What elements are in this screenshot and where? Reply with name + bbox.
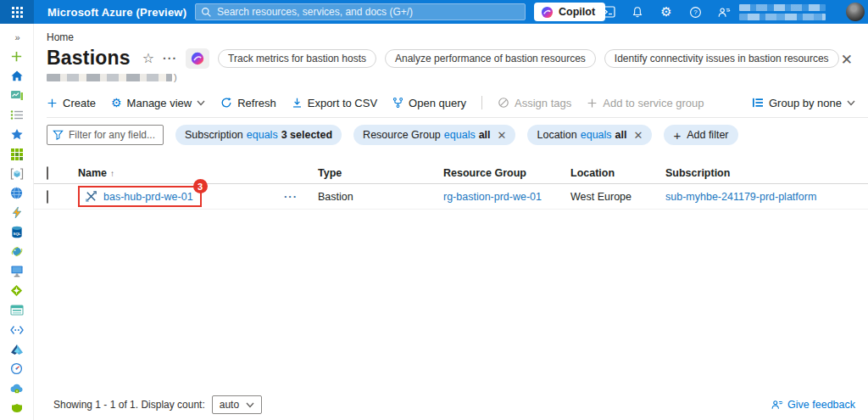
filter-pill-subscription[interactable]: Subscription equals 3 selected xyxy=(175,125,342,145)
sql-databases-icon[interactable]: SQL xyxy=(3,222,31,242)
avatar[interactable] xyxy=(846,3,865,21)
more-options-icon[interactable]: ··· xyxy=(163,52,177,65)
load-balancers-icon[interactable] xyxy=(3,281,31,300)
virtual-machines-icon[interactable] xyxy=(3,261,31,281)
notifications-bell-icon[interactable] xyxy=(629,3,646,20)
feedback-icon xyxy=(771,399,783,411)
give-feedback-link[interactable]: Give feedback xyxy=(771,399,855,411)
bastion-name-link[interactable]: bas-hub-prd-we-01 xyxy=(103,191,193,203)
sidebar-collapse-icon[interactable]: » xyxy=(3,27,31,47)
location-cell: West Europe xyxy=(570,191,665,203)
subscription-link[interactable]: sub-myhbe-241179-prd-platform xyxy=(665,191,816,203)
filter-bar: Subscription equals 3 selected Resource … xyxy=(47,125,868,145)
download-icon xyxy=(292,98,303,109)
suggestion-chip-2[interactable]: Analyze performance of bastion resources xyxy=(385,49,596,68)
app-services-icon[interactable] xyxy=(3,183,31,203)
copilot-icon xyxy=(541,6,554,19)
app-title: Microsoft Azure (Preview) xyxy=(47,6,186,19)
suggestion-chip-3[interactable]: Identify connectivity issues in bastion … xyxy=(604,49,839,68)
chevron-down-icon xyxy=(197,100,205,106)
resource-group-link[interactable]: rg-bastion-prd-we-01 xyxy=(443,191,542,203)
svg-text:SQL: SQL xyxy=(13,232,20,236)
search-icon xyxy=(201,7,212,18)
branch-icon xyxy=(392,97,403,109)
sort-ascending-icon: ↑ xyxy=(110,169,114,178)
table-header: Name↑ Type Resource Group Location Subsc… xyxy=(34,162,868,184)
group-by-button[interactable]: Group by none xyxy=(752,97,855,109)
help-icon[interactable]: ? xyxy=(687,3,704,20)
type-cell: Bastion xyxy=(318,191,443,203)
monitor-icon[interactable] xyxy=(3,359,31,378)
bastion-resource-icon xyxy=(85,190,97,203)
favorites-star-icon[interactable] xyxy=(3,125,31,144)
subscription-info-redacted: ) xyxy=(47,72,868,82)
feedback-icon[interactable] xyxy=(715,3,732,20)
virtual-networks-icon[interactable] xyxy=(3,320,31,339)
plus-icon xyxy=(47,98,58,109)
all-services-icon[interactable] xyxy=(3,105,31,125)
add-to-service-group-button[interactable]: Add to service group xyxy=(587,97,704,109)
funnel-icon xyxy=(53,130,64,140)
column-header-type[interactable]: Type xyxy=(318,167,443,179)
cosmos-db-icon[interactable] xyxy=(3,242,31,261)
toolbar-divider xyxy=(481,96,482,109)
annotation-highlight-box: bas-hub-prd-we-01 3 xyxy=(78,186,202,207)
defender-icon[interactable] xyxy=(3,398,31,417)
remove-filter-icon[interactable]: ✕ xyxy=(498,129,507,142)
row-checkbox[interactable] xyxy=(47,190,48,204)
row-context-menu-icon[interactable]: ··· xyxy=(284,190,298,203)
left-sidebar: » SQL xyxy=(0,24,34,420)
storage-accounts-icon[interactable] xyxy=(3,300,31,320)
function-apps-icon[interactable] xyxy=(3,203,31,222)
all-resources-icon[interactable] xyxy=(3,144,31,164)
global-search[interactable] xyxy=(195,3,526,20)
manage-view-button[interactable]: ⚙ Manage view xyxy=(111,96,205,109)
open-query-button[interactable]: Open query xyxy=(392,97,466,109)
settings-gear-icon[interactable]: ⚙ xyxy=(658,3,675,20)
add-filter-button[interactable]: + Add filter xyxy=(664,125,737,145)
close-icon[interactable]: ✕ xyxy=(841,53,853,67)
favorite-star-icon[interactable]: ☆ xyxy=(142,50,154,66)
topbar: Microsoft Azure (Preview) Copilot ⚙ xyxy=(0,0,868,24)
export-csv-button[interactable]: Export to CSV xyxy=(292,97,377,109)
user-identity-redacted xyxy=(739,4,826,20)
column-header-location[interactable]: Location xyxy=(570,167,665,179)
home-icon[interactable] xyxy=(3,66,31,86)
refresh-button[interactable]: Refresh xyxy=(220,97,276,109)
filter-pill-resource-group[interactable]: Resource Group equals all ✕ xyxy=(353,125,515,145)
assign-tags-button[interactable]: Assign tags xyxy=(498,97,571,109)
copilot-button[interactable]: Copilot xyxy=(534,3,605,21)
column-header-subscription[interactable]: Subscription xyxy=(665,167,868,179)
page-footer: Showing 1 - 1 of 1. Display count: auto … xyxy=(34,389,868,420)
main-content: Home Bastions ☆ ··· Track metrics for ba… xyxy=(34,24,868,420)
filter-field-input[interactable] xyxy=(69,129,158,141)
dashboard-icon[interactable] xyxy=(3,86,31,105)
select-all-checkbox[interactable] xyxy=(47,166,48,180)
suggestion-chip-1[interactable]: Track metrics for bastion hosts xyxy=(218,49,376,68)
create-resource-icon[interactable] xyxy=(3,47,31,66)
breadcrumb-home-link[interactable]: Home xyxy=(47,31,74,43)
column-header-resource-group[interactable]: Resource Group xyxy=(443,167,570,179)
filter-pill-location[interactable]: Location equals all ✕ xyxy=(527,125,652,145)
cloud-shell-icon[interactable] xyxy=(600,3,617,20)
copilot-chip-button[interactable] xyxy=(186,48,209,69)
entra-id-icon[interactable] xyxy=(3,339,31,359)
plus-icon xyxy=(587,98,598,109)
slash-circle-icon xyxy=(498,97,509,109)
filter-field-input-wrap[interactable] xyxy=(47,125,164,145)
display-count-select[interactable]: auto xyxy=(212,395,262,414)
annotation-badge: 3 xyxy=(193,179,208,193)
gear-icon: ⚙ xyxy=(111,96,122,109)
chevron-down-icon xyxy=(847,100,855,106)
copilot-label: Copilot xyxy=(559,6,595,18)
page-title: Bastions xyxy=(47,47,131,70)
global-search-input[interactable] xyxy=(217,6,520,18)
waffle-menu-icon[interactable] xyxy=(0,0,34,24)
remove-filter-icon[interactable]: ✕ xyxy=(634,129,643,142)
advisor-icon[interactable] xyxy=(3,378,31,398)
create-button[interactable]: Create xyxy=(47,97,96,109)
resource-groups-icon[interactable] xyxy=(3,164,31,183)
showing-count-text: Showing 1 - 1 of 1. Display count: xyxy=(53,399,205,411)
chevron-down-icon xyxy=(246,402,254,408)
column-header-name[interactable]: Name↑ xyxy=(78,167,318,179)
